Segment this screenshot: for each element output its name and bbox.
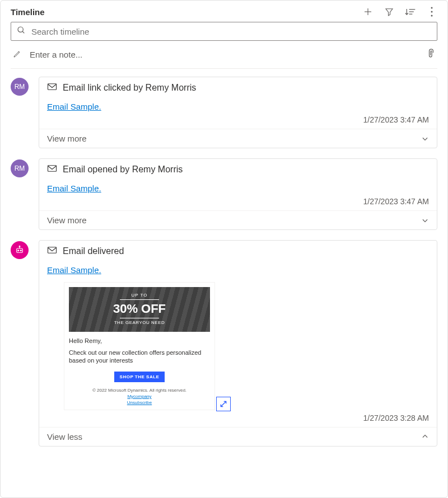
email-copyright: © 2022 Microsoft Dynamics. All rights re… bbox=[69, 388, 210, 393]
view-less-toggle[interactable]: View less bbox=[39, 427, 437, 446]
svg-rect-11 bbox=[48, 84, 57, 90]
attachment-icon[interactable] bbox=[427, 49, 435, 60]
pencil-icon bbox=[13, 49, 22, 60]
expand-icon[interactable] bbox=[216, 397, 231, 411]
timeline-entry: Email delivered Email Sample. UP TO 30% … bbox=[11, 240, 437, 447]
mail-icon bbox=[47, 83, 57, 93]
timeline-card: Email delivered Email Sample. UP TO 30% … bbox=[39, 240, 437, 447]
mail-icon bbox=[47, 246, 57, 256]
search-box[interactable] bbox=[11, 22, 437, 41]
card-title: Email delivered bbox=[63, 246, 124, 256]
card-title: Email opened by Remy Morris bbox=[63, 165, 183, 175]
view-more-toggle[interactable]: View more bbox=[39, 210, 437, 229]
svg-line-19 bbox=[221, 401, 226, 406]
search-input[interactable] bbox=[30, 26, 431, 37]
page-title: Timeline bbox=[11, 7, 45, 17]
svg-point-17 bbox=[19, 246, 20, 247]
view-toggle-label: View more bbox=[47, 134, 87, 143]
avatar: RM bbox=[11, 159, 29, 177]
view-toggle-label: View less bbox=[47, 432, 82, 441]
chevron-down-icon bbox=[421, 217, 429, 224]
timeline-entry: RM Email link clicked by Remy Morris Ema… bbox=[11, 77, 437, 148]
email-sample-link[interactable]: Email Sample. bbox=[47, 265, 101, 275]
chevron-up-icon bbox=[421, 433, 429, 440]
promo-off: 30% OFF bbox=[73, 302, 206, 316]
chevron-down-icon bbox=[421, 135, 429, 143]
avatar: RM bbox=[11, 78, 29, 96]
promo-sub: THE GEARYOU NEED bbox=[73, 320, 206, 325]
mail-icon bbox=[47, 165, 57, 175]
svg-point-7 bbox=[431, 11, 433, 13]
email-body: Check out our new collection offers pers… bbox=[69, 349, 210, 365]
svg-rect-18 bbox=[48, 247, 57, 253]
svg-point-8 bbox=[431, 15, 433, 17]
svg-point-9 bbox=[18, 27, 23, 32]
note-input[interactable]: Enter a note... bbox=[30, 50, 419, 59]
add-icon[interactable] bbox=[362, 6, 374, 17]
email-sample-link[interactable]: Email Sample. bbox=[47, 184, 101, 193]
bot-avatar bbox=[11, 241, 29, 259]
company-link[interactable]: Mycompany bbox=[69, 394, 210, 399]
svg-point-15 bbox=[20, 250, 21, 251]
view-more-toggle[interactable]: View more bbox=[39, 129, 437, 148]
search-icon bbox=[17, 26, 26, 37]
more-icon[interactable] bbox=[426, 6, 437, 17]
timestamp: 1/27/2023 3:28 AM bbox=[47, 414, 429, 422]
svg-rect-12 bbox=[48, 166, 57, 172]
timestamp: 1/27/2023 3:47 AM bbox=[47, 115, 429, 124]
card-title: Email link clicked by Remy Morris bbox=[63, 83, 196, 93]
timeline-card: Email opened by Remy Morris Email Sample… bbox=[39, 158, 437, 230]
view-toggle-label: View more bbox=[47, 215, 87, 225]
email-sample-link[interactable]: Email Sample. bbox=[47, 102, 101, 111]
svg-line-10 bbox=[22, 31, 24, 33]
svg-point-14 bbox=[18, 250, 19, 251]
promo-upto: UP TO bbox=[73, 293, 206, 298]
sort-icon[interactable] bbox=[405, 6, 416, 17]
email-greeting: Hello Remy, bbox=[69, 337, 210, 344]
unsubscribe-link[interactable]: Unsubscribe bbox=[69, 400, 210, 405]
timestamp: 1/27/2023 3:47 AM bbox=[47, 197, 429, 206]
timeline-entry: RM Email opened by Remy Morris Email Sam… bbox=[11, 158, 437, 230]
promo-banner: UP TO 30% OFF THE GEARYOU NEED bbox=[69, 287, 210, 332]
timeline-card: Email link clicked by Remy Morris Email … bbox=[39, 77, 437, 148]
svg-point-6 bbox=[431, 7, 433, 9]
filter-icon[interactable] bbox=[384, 6, 395, 17]
email-preview: UP TO 30% OFF THE GEARYOU NEED Hello Rem… bbox=[64, 282, 215, 410]
shop-sale-button[interactable]: SHOP THE SALE bbox=[114, 372, 165, 382]
